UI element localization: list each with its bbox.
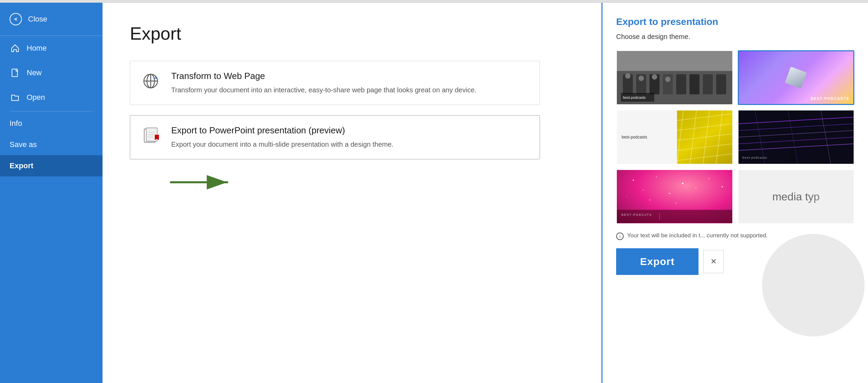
svg-line-30 — [677, 134, 732, 141]
svg-point-23 — [638, 76, 644, 81]
web-option-desc: Transform your document into an interact… — [171, 85, 529, 95]
open-icon — [10, 92, 21, 103]
new-icon — [10, 67, 21, 78]
svg-text:best-podcasts: best-podcasts — [742, 156, 767, 159]
close-label: Close — [28, 15, 47, 24]
svg-point-25 — [665, 77, 670, 82]
svg-point-57 — [676, 203, 677, 204]
info-icon: i — [616, 233, 624, 240]
sidebar: Close Home New — [0, 3, 103, 383]
svg-point-24 — [652, 74, 657, 80]
right-panel-subtitle: Choose a design theme. — [616, 33, 854, 41]
ppt-option-content: Export to PowerPoint presentation (previ… — [171, 125, 529, 149]
info-label: Info — [10, 119, 22, 128]
svg-point-48 — [656, 176, 657, 177]
svg-rect-20 — [703, 74, 713, 94]
svg-rect-21 — [716, 74, 726, 94]
main-container: Close Home New — [0, 3, 868, 383]
svg-line-36 — [716, 110, 722, 164]
svg-point-54 — [695, 188, 696, 189]
theme-grid: best-podcasts BEST-PODCASTS best-podcast… — [616, 50, 854, 224]
sidebar-item-new[interactable]: New — [0, 61, 103, 85]
home-icon — [10, 43, 21, 54]
close-button[interactable]: Close — [0, 3, 103, 36]
transform-web-option[interactable]: Transform to Web Page Transform your doc… — [130, 61, 540, 105]
svg-text:best-podcasts: best-podcasts — [623, 95, 646, 100]
sidebar-item-info[interactable]: Info — [0, 113, 103, 134]
close-icon — [10, 13, 22, 25]
web-transform-icon — [140, 71, 161, 91]
web-option-title: Transform to Web Page — [171, 71, 529, 81]
svg-point-22 — [625, 73, 630, 79]
top-bar — [0, 0, 868, 3]
export-ppt-option[interactable]: Export to PowerPoint presentation (previ… — [130, 115, 540, 159]
theme3-left: best-podcasts — [617, 110, 677, 164]
theme-card-3[interactable]: best-podcasts — [616, 110, 733, 164]
theme-card-4[interactable]: best-podcasts — [738, 110, 855, 164]
cancel-button[interactable]: ✕ — [703, 250, 724, 273]
right-panel-title: Export to presentation — [616, 16, 854, 27]
arrow-annotation — [167, 172, 236, 194]
new-label: New — [27, 68, 42, 77]
theme2-label: BEST-PODCASTS — [811, 96, 849, 101]
svg-point-55 — [626, 196, 627, 197]
theme4-image: best-podcasts — [738, 110, 854, 164]
svg-point-53 — [669, 193, 670, 194]
main-content: Export Transform to Web Page Transform y… — [103, 3, 601, 383]
save-as-label: Save as — [10, 140, 37, 149]
svg-point-49 — [682, 183, 683, 184]
export-button[interactable]: Export — [616, 248, 699, 275]
page-title: Export — [130, 23, 574, 44]
sidebar-item-open[interactable]: Open — [0, 85, 103, 110]
svg-rect-19 — [690, 74, 700, 94]
sidebar-section-divider — [10, 111, 93, 111]
svg-point-52 — [643, 189, 644, 190]
theme3-right — [677, 110, 732, 164]
svg-line-32 — [677, 154, 732, 161]
svg-point-51 — [722, 186, 723, 187]
svg-line-28 — [677, 114, 732, 121]
svg-point-56 — [649, 199, 651, 201]
theme-card-1[interactable]: best-podcasts — [616, 50, 733, 105]
sidebar-item-save-as[interactable]: Save as — [0, 134, 103, 155]
sidebar-item-export[interactable]: Export — [0, 155, 103, 176]
sidebar-item-home[interactable]: Home — [0, 36, 103, 61]
svg-line-29 — [677, 124, 732, 131]
svg-point-50 — [709, 178, 710, 179]
svg-rect-18 — [676, 74, 686, 94]
export-label: Export — [10, 161, 33, 170]
theme-card-2[interactable]: BEST-PODCASTS — [738, 50, 855, 105]
ppt-option-desc: Export your document into a multi-slide … — [171, 139, 529, 149]
theme1-image: best-podcasts — [617, 51, 732, 104]
theme2-cube — [785, 67, 807, 89]
svg-rect-0 — [12, 69, 17, 77]
svg-line-33 — [677, 110, 683, 164]
info-text-content: Your text will be included in t... curre… — [627, 232, 768, 239]
magnify-circle — [762, 234, 865, 336]
cancel-icon: ✕ — [710, 257, 717, 266]
svg-text:BEST-PODCATS: BEST-PODCATS — [622, 213, 652, 216]
home-label: Home — [27, 44, 47, 53]
web-option-content: Transform to Web Page Transform your doc… — [171, 71, 529, 95]
theme-card-5[interactable]: BEST-PODCATS — [616, 169, 733, 224]
theme5-image: BEST-PODCATS — [617, 170, 732, 223]
ppt-option-title: Export to PowerPoint presentation (previ… — [171, 125, 529, 136]
right-panel: Export to presentation Choose a design t… — [601, 3, 868, 383]
theme-card-6[interactable]: media typ — [738, 169, 855, 224]
svg-point-47 — [633, 180, 634, 181]
open-label: Open — [27, 93, 45, 102]
